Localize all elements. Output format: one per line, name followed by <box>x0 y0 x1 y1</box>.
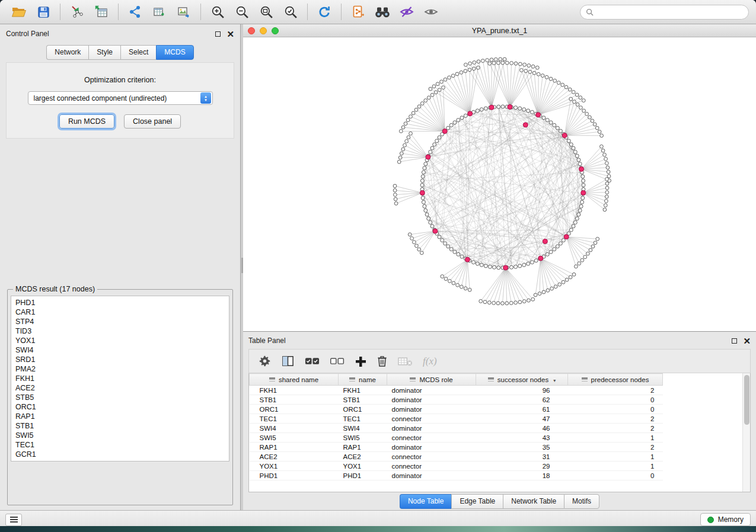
result-node-item[interactable]: STB5 <box>15 393 225 402</box>
result-node-item[interactable]: STB1 <box>15 421 225 431</box>
table-cell[interactable]: STB1 <box>339 395 387 405</box>
mcds-result-list[interactable]: PHD1CAR1STP4TID3YOX1SWI4SRD1PMA2FKH1ACE2… <box>11 296 229 462</box>
network-canvas[interactable] <box>243 37 756 331</box>
open-folder-button[interactable] <box>7 2 31 22</box>
export-image-button[interactable] <box>172 2 196 22</box>
table-cell[interactable]: 62 <box>476 395 568 405</box>
result-node-item[interactable]: SRD1 <box>15 355 225 364</box>
column-header-successor-nodes[interactable]: successor nodes▾ <box>476 374 568 386</box>
status-menu-button[interactable] <box>5 514 22 526</box>
table-tab-motifs[interactable]: Motifs <box>564 494 599 509</box>
table-cell[interactable]: 1 <box>568 462 663 471</box>
float-panel-icon[interactable] <box>732 338 737 344</box>
table-cell[interactable]: dominator <box>387 471 476 480</box>
float-panel-icon[interactable] <box>215 31 221 37</box>
select-all-button[interactable] <box>305 352 320 370</box>
table-cell[interactable]: ACE2 <box>339 452 387 462</box>
zoom-out-button[interactable] <box>230 2 254 22</box>
table-row[interactable]: RAP1RAP1dominator352 <box>250 443 663 452</box>
table-cell[interactable]: 0 <box>568 395 663 405</box>
result-node-item[interactable]: STP4 <box>15 317 225 326</box>
close-panel-icon[interactable]: ✕ <box>743 336 751 345</box>
table-cell[interactable]: connector <box>387 452 476 462</box>
result-node-item[interactable]: TEC1 <box>15 440 225 450</box>
search-box[interactable] <box>580 5 749 20</box>
column-header-mcds-role[interactable]: MCDS role <box>387 374 476 386</box>
scrollbar-thumb[interactable] <box>744 375 749 425</box>
table-row[interactable]: YOX1YOX1connector291 <box>250 462 663 471</box>
table-cell[interactable]: 43 <box>476 433 568 443</box>
table-cell[interactable]: 1 <box>568 433 663 443</box>
table-cell[interactable]: STB1 <box>250 395 339 405</box>
table-cell[interactable]: PHD1 <box>250 471 339 480</box>
table-cell[interactable]: ACE2 <box>250 452 339 462</box>
export-table-button[interactable] <box>148 2 171 22</box>
result-node-item[interactable]: YOX1 <box>15 336 225 345</box>
delete-column-button[interactable] <box>377 352 388 370</box>
control-tab-network[interactable]: Network <box>46 45 88 60</box>
table-cell[interactable]: 35 <box>476 443 568 452</box>
share-document-button[interactable] <box>346 2 370 22</box>
control-tab-select[interactable]: Select <box>120 45 156 60</box>
table-cell[interactable]: 0 <box>568 405 663 414</box>
zoom-selected-button[interactable] <box>279 2 302 22</box>
table-cell[interactable]: connector <box>387 462 476 471</box>
result-node-item[interactable]: PMA2 <box>15 364 225 374</box>
table-row[interactable]: STB1STB1dominator620 <box>250 395 663 405</box>
table-cell[interactable]: YOX1 <box>250 462 339 471</box>
table-row[interactable]: SWI4SWI4dominator462 <box>250 424 663 433</box>
function-builder-button[interactable]: f(x) <box>423 352 437 370</box>
search-input[interactable] <box>597 8 743 16</box>
control-tab-style[interactable]: Style <box>88 45 120 60</box>
deselect-all-button[interactable] <box>330 352 344 370</box>
table-cell[interactable]: RAP1 <box>339 443 387 452</box>
table-cell[interactable]: 2 <box>568 443 663 452</box>
table-tab-edge-table[interactable]: Edge Table <box>451 494 503 509</box>
run-mcds-button[interactable]: Run MCDS <box>59 114 114 129</box>
delete-table-button[interactable] <box>398 352 413 370</box>
table-cell[interactable]: PHD1 <box>339 471 387 480</box>
result-node-item[interactable]: SWI5 <box>15 431 225 440</box>
table-cell[interactable]: dominator <box>387 405 476 414</box>
result-node-item[interactable]: FKH1 <box>15 374 225 383</box>
table-cell[interactable]: 2 <box>568 386 663 395</box>
first-neighbors-button[interactable] <box>371 2 394 22</box>
table-cell[interactable]: 2 <box>568 414 663 424</box>
table-row[interactable]: TEC1TEC1connector472 <box>250 414 663 424</box>
table-cell[interactable]: dominator <box>387 395 476 405</box>
table-cell[interactable]: 46 <box>476 424 568 433</box>
result-node-item[interactable]: RAP1 <box>15 412 225 421</box>
new-network-button[interactable] <box>123 2 147 22</box>
table-cell[interactable]: dominator <box>387 386 476 395</box>
table-cell[interactable]: SWI4 <box>339 424 387 433</box>
import-table-button[interactable] <box>90 2 113 22</box>
add-column-button[interactable] <box>355 352 366 370</box>
table-scrollbar[interactable] <box>742 373 750 492</box>
column-header-name[interactable]: name <box>339 374 387 386</box>
table-cell[interactable]: connector <box>387 433 476 443</box>
table-cell[interactable]: dominator <box>387 424 476 433</box>
table-tab-network-table[interactable]: Network Table <box>503 494 564 509</box>
table-cell[interactable]: 2 <box>568 424 663 433</box>
table-cell[interactable]: FKH1 <box>250 386 339 395</box>
table-cell[interactable]: 47 <box>476 414 568 424</box>
result-node-item[interactable]: CAR1 <box>15 307 225 317</box>
refresh-button[interactable] <box>312 2 336 22</box>
result-node-item[interactable]: ORC1 <box>15 402 225 412</box>
table-cell[interactable]: 0 <box>568 471 663 480</box>
table-cell[interactable]: TEC1 <box>339 414 387 424</box>
table-cell[interactable]: 29 <box>476 462 568 471</box>
criterion-select[interactable]: largest connected component (undirected)… <box>28 91 213 105</box>
table-cell[interactable]: 96 <box>476 386 568 395</box>
table-cell[interactable]: 61 <box>476 405 568 414</box>
table-cell[interactable]: dominator <box>387 443 476 452</box>
result-node-item[interactable]: TID3 <box>15 326 225 336</box>
table-cell[interactable]: 18 <box>476 471 568 480</box>
table-row[interactable]: ACE2ACE2connector311 <box>250 452 663 462</box>
table-cell[interactable]: FKH1 <box>339 386 387 395</box>
table-settings-button[interactable] <box>259 352 271 370</box>
table-cell[interactable]: 1 <box>568 452 663 462</box>
table-cell[interactable]: ORC1 <box>250 405 339 414</box>
table-cell[interactable]: RAP1 <box>250 443 339 452</box>
zoom-fit-button[interactable] <box>254 2 278 22</box>
